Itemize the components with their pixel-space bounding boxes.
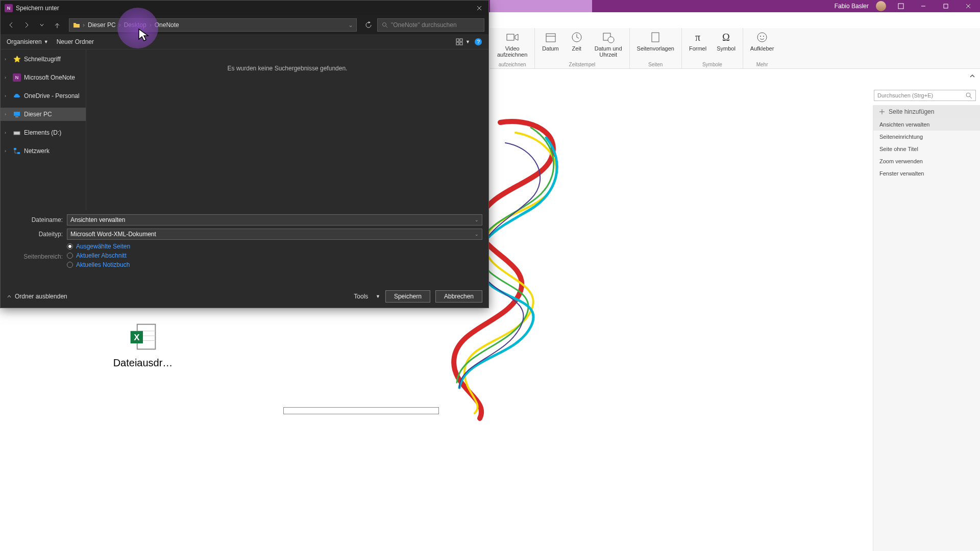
dialog-search-input[interactable]: "OneNote" durchsuchen — [377, 18, 484, 32]
text-placeholder-box[interactable] — [283, 407, 439, 414]
add-page-button[interactable]: Seite hinzufügen — [873, 105, 980, 118]
maximize-button[interactable] — [938, 1, 953, 11]
tools-dropdown[interactable]: Tools ▼ — [354, 293, 380, 300]
filetype-label: Dateityp: — [7, 231, 63, 238]
search-icon — [965, 92, 972, 99]
tree-network[interactable]: ›Netzwerk — [1, 144, 86, 158]
page-templates-button[interactable]: Seitenvorlagen — [634, 28, 677, 54]
svg-text:?: ? — [477, 39, 480, 45]
plus-icon — [878, 108, 886, 115]
dialog-close-button[interactable] — [474, 3, 484, 13]
video-icon — [505, 30, 520, 44]
symbol-button[interactable]: ΩSymbol — [714, 28, 739, 54]
tree-drive[interactable]: ›Elements (D:) — [1, 126, 86, 139]
close-button[interactable] — [961, 1, 976, 11]
hide-folders-button[interactable]: Ordner ausblenden — [7, 293, 67, 300]
dialog-titlebar: N Speichern unter — [1, 1, 488, 16]
page-search-input[interactable]: Durchsuchen (Strg+E) — [874, 90, 976, 101]
video-record-button[interactable]: Video aufzeichnen — [494, 28, 530, 60]
tree-onedrive[interactable]: ›OneDrive - Personal — [1, 89, 86, 103]
ribbon: Video aufzeichnen aufzeichnen Datum Zeit… — [490, 28, 980, 69]
formula-button[interactable]: πFormel — [686, 28, 709, 54]
user-avatar[interactable] — [876, 1, 886, 11]
breadcrumb-seg-0[interactable]: Dieser PC — [85, 21, 119, 29]
breadcrumb-seg-1[interactable]: Desktop — [121, 21, 150, 29]
onenote-icon: N — [13, 73, 21, 82]
filetype-select[interactable]: Microsoft Word-XML-Dokument⌄ — [67, 229, 482, 240]
breadcrumb-bar[interactable]: › Dieser PC › Desktop › OneNote ⌄ — [69, 18, 357, 32]
organize-button[interactable]: Organisieren▼ — [7, 38, 48, 45]
datetime-icon — [601, 30, 616, 44]
svg-rect-36 — [460, 39, 462, 41]
tree-thispc[interactable]: ›Dieser PC — [1, 108, 86, 121]
svg-marker-7 — [515, 34, 518, 40]
nav-refresh-button[interactable] — [362, 18, 375, 32]
nav-up-button[interactable] — [51, 18, 64, 32]
tree-onenote[interactable]: ›NMicrosoft OneNote — [1, 71, 86, 84]
page-list-panel: Seite hinzufügen Ansichten verwalten Sei… — [873, 105, 980, 551]
radio-icon — [67, 262, 73, 268]
nav-recent-button[interactable] — [35, 18, 48, 32]
page-item-0[interactable]: Ansichten verwalten — [873, 118, 980, 131]
empty-message: Es wurden keine Suchergebnisse gefunden. — [228, 65, 348, 72]
page-icon — [648, 30, 663, 44]
save-button[interactable]: Speichern — [385, 290, 430, 303]
ribbon-group-symbols: πFormel ΩSymbol Symbole — [682, 28, 743, 68]
svg-line-34 — [386, 26, 387, 28]
svg-rect-44 — [14, 148, 16, 150]
svg-point-17 — [760, 36, 761, 37]
radio-icon — [67, 243, 73, 249]
breadcrumb-dropdown-icon[interactable]: ⌄ — [348, 21, 353, 29]
page-item-2[interactable]: Seite ohne Titel — [873, 143, 980, 155]
range-option-1[interactable]: Aktueller Abschnitt — [67, 252, 482, 259]
time-label: Zeit — [572, 45, 581, 52]
filename-input[interactable]: Ansichten verwalten⌄ — [67, 214, 482, 226]
svg-point-18 — [763, 36, 764, 37]
save-as-dialog: N Speichern unter › Dieser PC › Desktop … — [0, 0, 489, 308]
svg-rect-0 — [898, 4, 903, 9]
add-page-label: Seite hinzufügen — [889, 108, 934, 115]
chevron-up-icon — [7, 294, 12, 299]
breadcrumb-seg-2[interactable]: OneNote — [152, 21, 182, 29]
datetime-button[interactable]: Datum und Uhrzeit — [592, 28, 625, 60]
embedded-file[interactable]: X Dateiausdr… — [102, 321, 184, 369]
svg-rect-15 — [652, 33, 659, 42]
svg-rect-42 — [15, 116, 18, 117]
user-name: Fabio Basler — [835, 3, 869, 10]
sticker-button[interactable]: Aufkleber — [747, 28, 777, 54]
dialog-fields: Dateiname: Ansichten verwalten⌄ Dateityp… — [1, 210, 488, 278]
minimize-button[interactable] — [916, 1, 931, 11]
nav-back-button[interactable] — [5, 18, 18, 32]
folder-icon — [72, 21, 81, 29]
search-placeholder: "OneNote" durchsuchen — [391, 21, 457, 29]
page-item-3[interactable]: Zoom verwenden — [873, 155, 980, 167]
page-item-1[interactable]: Seiteneinrichtung — [873, 131, 980, 143]
ribbon-collapse-icon[interactable] — [969, 72, 976, 82]
new-folder-button[interactable]: Neuer Ordner — [57, 38, 94, 45]
ribbon-display-icon[interactable] — [893, 1, 909, 11]
svg-point-19 — [966, 93, 970, 97]
file-list-area: Es wurden keine Suchergebnisse gefunden. — [86, 49, 488, 210]
ribbon-group-record: Video aufzeichnen aufzeichnen — [490, 28, 535, 68]
help-button[interactable]: ? — [474, 38, 482, 46]
range-option-2[interactable]: Aktuelles Notizbuch — [67, 261, 482, 268]
file-label: Dateiausdr… — [113, 357, 173, 369]
clock-icon — [570, 30, 584, 44]
tree-quickaccess[interactable]: ›⭐Schnellzugriff — [1, 53, 86, 66]
omega-icon: Ω — [719, 30, 733, 44]
nav-forward-button[interactable] — [20, 18, 33, 32]
view-mode-button[interactable]: ▼ — [455, 38, 470, 46]
page-item-4[interactable]: Fenster verwalten — [873, 167, 980, 180]
date-button[interactable]: Datum — [539, 28, 561, 60]
cloud-icon — [13, 92, 21, 100]
time-button[interactable]: Zeit — [566, 28, 587, 60]
svg-rect-41 — [14, 112, 20, 116]
svg-rect-38 — [460, 42, 462, 45]
calendar-icon — [544, 30, 558, 44]
range-option-0[interactable]: Ausgewählte Seiten — [67, 243, 482, 250]
cancel-button[interactable]: Abbrechen — [435, 290, 482, 303]
sticker-label: Aufkleber — [750, 45, 774, 52]
video-label: Video aufzeichnen — [497, 45, 527, 58]
ribbon-group-pages: Seitenvorlagen Seiten — [630, 28, 682, 68]
svg-point-14 — [608, 37, 614, 43]
